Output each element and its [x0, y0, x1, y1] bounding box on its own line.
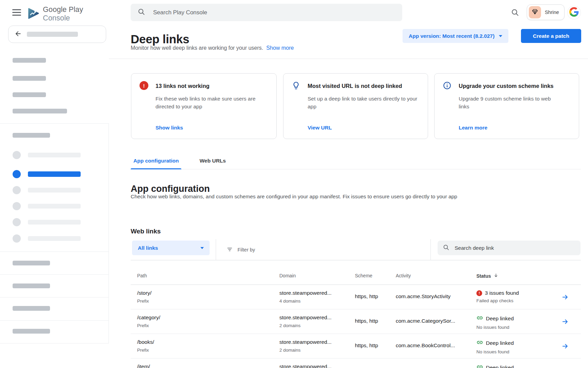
scheme-value: https, http	[355, 342, 378, 349]
tab-web-urls[interactable]: Web URLs	[197, 154, 228, 169]
column-header-domain: Domain	[279, 273, 296, 278]
skeleton-bar	[13, 283, 50, 288]
gem-icon	[531, 8, 539, 17]
domain-value: store.steampowered...	[279, 364, 331, 368]
sidebar-nav-item[interactable]	[13, 218, 81, 226]
card-body: Fix these web links to make sure users a…	[156, 95, 268, 110]
view-url-link[interactable]: View URL	[308, 125, 332, 131]
logo-brand: Google Play	[43, 5, 83, 14]
web-links-toolbar: All links Filter by	[131, 239, 581, 260]
chevron-down-icon	[200, 247, 204, 249]
table-row[interactable]: /story/Prefix store.steampowered...4 dom…	[131, 285, 581, 309]
back-button[interactable]	[8, 26, 106, 43]
domain-value: store.steampowered...	[279, 290, 331, 296]
domain-count: 2 domains	[279, 323, 331, 328]
table-row[interactable]: /item/ store.steampowered... Deep linked	[131, 358, 581, 368]
deep-link-search-input[interactable]	[454, 245, 570, 251]
app-version-label: App version: Most recent (8.2.027)	[409, 33, 494, 39]
column-header-status[interactable]: Status	[476, 273, 499, 279]
status-detail: No issues found	[476, 349, 514, 354]
path-type: Prefix	[137, 298, 151, 304]
links-filter-dropdown[interactable]: All links	[132, 241, 210, 255]
header-search-button[interactable]	[511, 8, 519, 18]
search-icon	[137, 8, 145, 17]
status-cell: Deep linked	[476, 364, 514, 368]
logo-text: Google Play Console	[43, 5, 109, 22]
app-version-dropdown[interactable]: App version: Most recent (8.2.027)	[403, 29, 508, 43]
web-links-table: Path Domain Scheme Activity Status /stor…	[131, 267, 581, 368]
subtitle-text: Monitor how well deep links are working …	[131, 45, 263, 51]
create-patch-button[interactable]: Create a patch	[521, 29, 581, 43]
status-header-label: Status	[476, 273, 491, 279]
sidebar-nav-item[interactable]	[13, 234, 81, 243]
skeleton-bar	[28, 188, 81, 193]
status-value: Deep linked	[486, 316, 514, 322]
app-name: Shrine	[545, 10, 559, 15]
row-detail-arrow-button[interactable]	[561, 318, 569, 326]
skeleton-bar	[13, 329, 50, 334]
google-account-avatar[interactable]	[568, 6, 581, 19]
tab-app-configuration[interactable]: App configuration	[131, 154, 181, 169]
search-icon	[443, 244, 450, 252]
row-detail-arrow-button[interactable]	[561, 293, 569, 302]
table-row[interactable]: /category/Prefix store.steampowered...2 …	[131, 309, 581, 334]
web-links-heading: Web links	[131, 228, 161, 235]
sidebar-divider	[109, 123, 109, 343]
skeleton-bar	[13, 76, 46, 81]
column-header-path: Path	[137, 273, 147, 278]
sidebar-nav-item[interactable]	[13, 202, 81, 210]
row-detail-arrow-button[interactable]	[561, 342, 569, 351]
global-search	[131, 4, 402, 21]
info-icon	[443, 81, 452, 91]
skeleton-bar	[28, 220, 81, 225]
path-value: /category/	[137, 315, 160, 321]
app-selector-chip[interactable]: Shrine	[527, 4, 565, 20]
learn-more-link[interactable]: Learn more	[459, 125, 487, 131]
lightbulb-icon	[292, 81, 300, 91]
divider	[0, 123, 109, 124]
activity-value: com.acme.CategorySor...	[396, 318, 455, 324]
deep-link-search	[438, 241, 581, 255]
card-most-visited-url: Most visited URL is not deep linked Set …	[283, 73, 428, 139]
error-icon: !	[476, 290, 482, 296]
show-more-link[interactable]: Show more	[266, 45, 294, 51]
chevron-down-icon	[499, 35, 502, 37]
path-value: /item/	[137, 364, 150, 368]
page-subtitle: Monitor how well deep links are working …	[131, 45, 294, 51]
divider	[0, 251, 109, 252]
global-search-input[interactable]	[152, 9, 370, 16]
path-value: /books/	[137, 339, 154, 345]
nav-item-icon	[13, 186, 21, 194]
divider	[109, 59, 588, 59]
show-links-link[interactable]: Show links	[156, 125, 183, 131]
skeleton-bar	[13, 306, 50, 311]
section-description: Check how web links, domains, and custom…	[131, 194, 457, 200]
domain-value: store.steampowered...	[279, 315, 331, 321]
filter-by-control[interactable]: Filter by	[223, 239, 259, 260]
play-console-logo[interactable]: Google Play Console	[27, 5, 109, 22]
scheme-value: https, http	[355, 293, 378, 300]
table-row[interactable]: /books/Prefix store.steampowered...2 dom…	[131, 334, 581, 358]
status-cell: Deep linked No issues found	[476, 339, 514, 354]
path-type: Prefix	[137, 348, 154, 353]
nav-item-icon	[13, 170, 21, 178]
card-links-not-working: ! 13 links not working Fix these web lin…	[131, 73, 277, 139]
sidebar-nav-item[interactable]	[13, 186, 81, 194]
link-icon	[476, 339, 483, 347]
hamburger-menu-button[interactable]	[12, 9, 21, 16]
skeleton-bar	[28, 236, 81, 241]
status-detail: No issues found	[476, 325, 514, 330]
skeleton-bar	[28, 204, 81, 209]
sidebar-nav-item[interactable]	[13, 151, 81, 159]
status-value: Deep linked	[486, 365, 514, 368]
status-cell: !3 issues found Failed app checks	[476, 290, 519, 303]
nav-item-icon	[13, 218, 21, 226]
divider	[0, 320, 109, 321]
domain-count: 2 domains	[279, 348, 331, 353]
divider	[430, 239, 431, 260]
error-icon: !	[140, 81, 148, 90]
sidebar-nav-item-active[interactable]	[13, 170, 81, 178]
skeleton-bar	[13, 58, 46, 63]
status-cell: Deep linked No issues found	[476, 315, 514, 330]
domain-value: store.steampowered...	[279, 339, 331, 345]
